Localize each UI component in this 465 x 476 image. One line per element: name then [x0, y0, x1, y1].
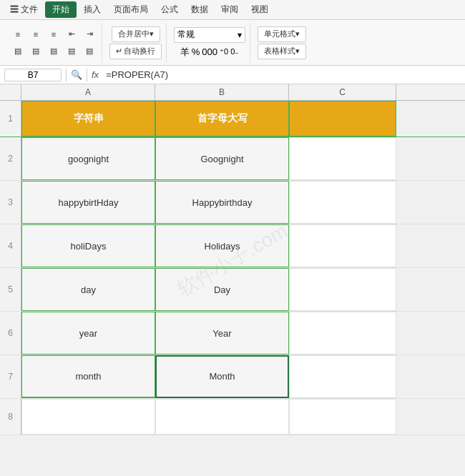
spreadsheet-wrapper: A B C 1 字符串 首字母大写 2 goognight Goognight … — [0, 84, 465, 435]
data-row-4: 4 holiDays Holidays — [0, 224, 465, 268]
currency-btn[interactable]: 羊 — [180, 46, 190, 59]
row-num-1: 1 — [0, 101, 21, 137]
cell-c5[interactable] — [289, 268, 396, 311]
list-btn[interactable]: ▤ — [82, 44, 97, 59]
cell-c6[interactable] — [289, 312, 396, 354]
row-num-4: 4 — [0, 224, 21, 267]
align-center-btn[interactable]: ▤ — [28, 44, 44, 59]
cell-format-label: 单元格式▾ — [264, 29, 300, 39]
menu-file[interactable]: ☰ 文件 — [4, 2, 44, 17]
header-cell-c[interactable] — [289, 101, 396, 137]
formula-separator — [66, 69, 67, 81]
wrap-text-icon: ↵ — [116, 46, 122, 56]
menu-home[interactable]: 开始 — [45, 1, 77, 18]
data-row-7: 7 month Month — [0, 355, 465, 399]
table-style-btn[interactable]: 表格样式▾ — [258, 44, 306, 59]
row-num-5: 5 — [0, 268, 21, 311]
row-num-3: 3 — [0, 181, 21, 224]
cell-a5[interactable]: day — [21, 268, 155, 311]
menu-review[interactable]: 审阅 — [215, 2, 244, 17]
align-top-left-btn[interactable]: ≡ — [10, 26, 26, 42]
fx-label: fx — [92, 69, 99, 80]
cell-reference-box[interactable]: B7 — [4, 69, 62, 81]
cell-b2[interactable]: Goognight — [155, 137, 289, 180]
row-num-6: 6 — [0, 312, 21, 354]
cell-c4[interactable] — [289, 224, 396, 267]
align-top-right-btn[interactable]: ≡ — [46, 26, 62, 42]
col-header-b[interactable]: B — [155, 84, 289, 100]
empty-row-8: 8 — [0, 399, 465, 435]
alignment-group: ≡ ≡ ≡ ⇤ ⇥ ▤ ▤ ▤ ▤ ▤ — [6, 23, 102, 63]
menu-insert[interactable]: 插入 — [78, 2, 107, 17]
row-num-8: 8 — [0, 399, 21, 435]
formula-input[interactable]: =PROPER(A7) — [103, 69, 461, 80]
decimal-increase-btn[interactable]: ⁺0 — [220, 47, 228, 56]
number-format-group: 常规 ▾ 羊 % 000 ⁺0 0₋ — [170, 23, 250, 63]
header-cell-a[interactable]: 字符串 — [21, 101, 155, 137]
magnify-icon[interactable]: 🔍 — [71, 69, 82, 80]
header-data-row: 1 字符串 首字母大写 — [0, 101, 465, 137]
header-cell-b[interactable]: 首字母大写 — [155, 101, 289, 137]
merge-center-btn[interactable]: 合并居中▾ — [112, 26, 160, 42]
ribbon: ≡ ≡ ≡ ⇤ ⇥ ▤ ▤ ▤ ▤ ▤ 合并居中▾ ↵ 自动换行 常规 ▾ 羊 — [0, 20, 465, 66]
empty-cell-c8[interactable] — [289, 399, 396, 435]
cell-b4[interactable]: Holidays — [155, 224, 289, 267]
column-headers: A B C — [0, 84, 465, 101]
cell-b5[interactable]: Day — [155, 268, 289, 311]
align-right-btn[interactable]: ▤ — [46, 44, 62, 59]
cell-a3[interactable]: happybirtHday — [21, 181, 155, 224]
decimal-decrease-btn[interactable]: 0₋ — [230, 47, 239, 56]
spreadsheet-body: 2 goognight Goognight 3 happybirtHday Ha… — [0, 137, 465, 399]
cell-b6[interactable]: Year — [155, 312, 289, 354]
col-header-a[interactable]: A — [21, 84, 155, 100]
formula-bar: B7 🔍 fx =PROPER(A7) — [0, 66, 465, 84]
format-type-value: 常规 — [177, 29, 195, 41]
cell-a6[interactable]: year — [21, 312, 155, 354]
table-style-label: 表格样式▾ — [264, 46, 300, 56]
indent-decrease-btn[interactable]: ⇤ — [64, 26, 79, 42]
merge-center-label: 合并居中▾ — [118, 29, 154, 39]
cell-b7[interactable]: Month — [155, 355, 289, 398]
col-header-c[interactable]: C — [289, 84, 396, 100]
menu-formula[interactable]: 公式 — [155, 2, 184, 17]
wrap-text-btn[interactable]: ↵ 自动换行 — [109, 44, 162, 59]
cell-styles-group: 单元格式▾ 表格样式▾ — [253, 23, 310, 63]
data-row-3: 3 happybirtHday Happybirthday — [0, 181, 465, 224]
main-content: A B C 1 字符串 首字母大写 2 goognight Goognight … — [0, 84, 465, 435]
align-left-btn[interactable]: ▤ — [10, 44, 26, 59]
data-row-2: 2 goognight Goognight — [0, 137, 465, 181]
empty-cell-a8[interactable] — [21, 399, 155, 435]
formula-separator-2 — [87, 69, 87, 81]
format-type-select[interactable]: 常规 ▾ — [174, 27, 245, 43]
cell-b3[interactable]: Happybirthday — [155, 181, 289, 224]
cell-c3[interactable] — [289, 181, 396, 224]
percent-btn[interactable]: % — [192, 46, 200, 57]
thousands-btn[interactable]: 000 — [202, 46, 217, 57]
cell-c2[interactable] — [289, 137, 396, 180]
data-row-5: 5 day Day — [0, 268, 465, 312]
row-num-7: 7 — [0, 355, 21, 398]
menu-view[interactable]: 视图 — [245, 2, 274, 17]
row-num-2: 2 — [0, 137, 21, 180]
cell-a4[interactable]: holiDays — [21, 224, 155, 267]
empty-cell-b8[interactable] — [155, 399, 289, 435]
cell-format-btn[interactable]: 单元格式▾ — [258, 26, 306, 42]
wrap-text-label: 自动换行 — [124, 46, 155, 56]
align-justify-btn[interactable]: ▤ — [64, 44, 79, 59]
format-dropdown-arrow: ▾ — [238, 30, 242, 40]
menu-data[interactable]: 数据 — [185, 2, 214, 17]
cell-c7[interactable] — [289, 355, 396, 398]
cell-a7[interactable]: month — [21, 355, 155, 398]
indent-increase-btn[interactable]: ⇥ — [82, 26, 97, 42]
merge-group: 合并居中▾ ↵ 自动换行 — [105, 23, 167, 63]
align-top-center-btn[interactable]: ≡ — [28, 26, 44, 42]
menu-layout[interactable]: 页面布局 — [108, 2, 154, 17]
cell-a2[interactable]: goognight — [21, 137, 155, 180]
row-num-header — [0, 84, 21, 100]
menu-bar: ☰ 文件 开始 插入 页面布局 公式 数据 审阅 视图 — [0, 0, 465, 20]
data-row-6: 6 year Year — [0, 312, 465, 355]
